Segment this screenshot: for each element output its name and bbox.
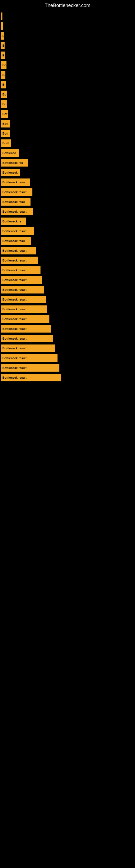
bar-1 — [1, 22, 3, 30]
bar-label-36: Bottleneck result — [2, 366, 27, 369]
bar-36: Bottleneck result — [1, 364, 59, 372]
bar-label-35: Bottleneck result — [2, 356, 27, 360]
bar-25: Bottleneck result — [1, 257, 38, 264]
bar-22: Bottleneck result — [1, 227, 34, 235]
bar-35: Bottleneck result — [1, 354, 57, 362]
bar-row: Bottleneck result — [1, 247, 135, 254]
bar-row: Bottleneck — [1, 169, 135, 176]
bar-row: Bottleneck result — [1, 267, 135, 274]
bar-label-23: Bottleneck resu — [2, 239, 25, 243]
bar-label-3: B — [2, 44, 5, 47]
bar-row: Bottleneck result — [1, 286, 135, 293]
bar-row: Bottleneck result — [1, 257, 135, 264]
bar-label-24: Bottleneck result — [2, 249, 27, 252]
bar-row: Bottleneck result — [1, 354, 135, 362]
bar-label-29: Bottleneck result — [2, 298, 27, 301]
bar-27: Bottleneck result — [1, 276, 42, 284]
bar-row — [1, 22, 135, 30]
bar-20: Bottleneck result — [1, 208, 33, 215]
bar-label-5: Bo — [2, 63, 6, 67]
bar-17: Bottleneck resu — [1, 179, 30, 186]
bar-label-26: Bottleneck result — [2, 269, 27, 272]
bar-4: E — [1, 52, 5, 59]
bar-label-30: Bottleneck result — [2, 308, 27, 311]
bars-container: EBEBoBBBoBoBotBottBottBottlBottlenecBott… — [0, 10, 135, 381]
bar-label-18: Bottleneck result — [2, 190, 27, 194]
bar-row: Bottleneck result — [1, 296, 135, 303]
bar-34: Bottleneck result — [1, 344, 55, 352]
bar-10: Bot — [1, 110, 8, 118]
bar-label-19: Bottleneck resu — [2, 200, 25, 204]
bar-label-32: Bottleneck result — [2, 327, 27, 330]
bar-33: Bottleneck result — [1, 335, 53, 342]
bar-label-7: B — [2, 83, 5, 86]
bar-label-33: Bottleneck result — [2, 337, 27, 340]
bar-label-25: Bottleneck result — [2, 259, 27, 262]
bar-label-21: Bottleneck re — [2, 220, 21, 223]
bar-9: Bo — [1, 100, 7, 108]
bar-31: Bottleneck result — [1, 315, 49, 323]
bar-26: Bottleneck result — [1, 267, 41, 274]
bar-label-10: Bot — [2, 112, 7, 116]
bar-label-9: Bo — [2, 102, 6, 106]
bar-label-20: Bottleneck result — [2, 210, 27, 213]
bar-row: B — [1, 71, 135, 79]
bar-label-28: Bottleneck result — [2, 288, 27, 291]
bar-row: Bott — [1, 120, 135, 127]
bar-16: Bottleneck — [1, 169, 20, 176]
bar-label-6: B — [2, 73, 5, 76]
bar-30: Bottleneck result — [1, 305, 47, 313]
bar-8: Bo — [1, 91, 7, 98]
bar-row: Bottleneck result — [1, 227, 135, 235]
bar-13: Bottl — [1, 140, 11, 147]
bar-row: Bottleneck result — [1, 344, 135, 352]
bar-row: B — [1, 42, 135, 50]
bar-28: Bottleneck result — [1, 286, 44, 293]
bar-label-14: Bottlenec — [2, 151, 16, 155]
bar-row — [1, 12, 135, 20]
bar-row: Bottleneck res — [1, 159, 135, 166]
bar-23: Bottleneck resu — [1, 237, 31, 245]
bar-18: Bottleneck result — [1, 188, 32, 196]
bar-row: Bo — [1, 100, 135, 108]
bar-3: B — [1, 42, 5, 50]
bar-label-11: Bott — [2, 122, 8, 125]
bar-19: Bottleneck resu — [1, 198, 31, 206]
bar-row: B — [1, 81, 135, 88]
site-title-container: TheBottlenecker.com — [0, 0, 135, 10]
bar-row: Bottleneck resu — [1, 237, 135, 245]
bar-24: Bottleneck result — [1, 247, 36, 254]
bar-row: Bottleneck resu — [1, 198, 135, 206]
bar-11: Bott — [1, 120, 10, 127]
bar-label-17: Bottleneck resu — [2, 181, 25, 184]
bar-row: Bo — [1, 91, 135, 98]
bar-14: Bottlenec — [1, 149, 19, 157]
bar-row: Bott — [1, 130, 135, 137]
bar-row: Bottleneck result — [1, 305, 135, 313]
bar-label-16: Bottleneck — [2, 171, 17, 174]
bar-label-13: Bottl — [2, 142, 9, 145]
bar-label-37: Bottleneck result — [2, 376, 27, 379]
bar-label-12: Bott — [2, 132, 8, 135]
bar-row: Bottleneck re — [1, 218, 135, 225]
bar-7: B — [1, 81, 6, 88]
bar-label-34: Bottleneck result — [2, 347, 27, 350]
bar-row: Bottleneck result — [1, 188, 135, 196]
bar-row: E — [1, 52, 135, 59]
bar-label-8: Bo — [2, 93, 6, 96]
bar-37: Bottleneck result — [1, 374, 61, 381]
bar-label-31: Bottleneck result — [2, 317, 27, 321]
bar-row: Bottleneck result — [1, 315, 135, 323]
bar-row: Bottleneck result — [1, 374, 135, 381]
bar-row: Bottleneck result — [1, 208, 135, 215]
bar-label-22: Bottleneck result — [2, 229, 27, 233]
bar-row: Bottleneck result — [1, 364, 135, 372]
bar-label-15: Bottleneck res — [2, 161, 23, 164]
bar-row: Bottleneck result — [1, 335, 135, 342]
bar-row: Bot — [1, 110, 135, 118]
site-title: TheBottlenecker.com — [0, 0, 135, 10]
bar-6: B — [1, 71, 5, 79]
bar-5: Bo — [1, 61, 6, 69]
bar-row: Bottleneck result — [1, 276, 135, 284]
bar-label-2: E — [2, 34, 4, 37]
